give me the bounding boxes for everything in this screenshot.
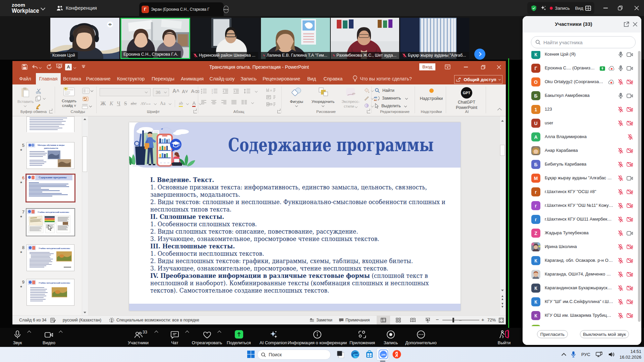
workspace-chevron-icon[interactable] xyxy=(41,6,47,12)
participant-row[interactable]: гг.Шахтинск КГУ ОШ11 Амирбекова... xyxy=(523,213,641,226)
arrange-button[interactable]: Упорядочить xyxy=(309,87,337,107)
accessibility-icon[interactable] xyxy=(109,317,114,323)
smartart-button[interactable] xyxy=(266,102,276,107)
participant-row[interactable]: ZЖадыра Тулеубекова xyxy=(523,226,641,240)
edge-icon[interactable] xyxy=(350,349,360,359)
justify-button[interactable] xyxy=(231,100,237,105)
next-slide-button[interactable]: ▼▼ xyxy=(500,302,505,308)
next-page-button[interactable] xyxy=(474,49,485,60)
video-tile-4[interactable]: Лапина Е.В. Галкина Т.А "Гим... xyxy=(261,18,330,59)
numbering-button[interactable]: 123 xyxy=(212,88,218,94)
prev-slide-button[interactable]: ▲▲ xyxy=(500,295,505,301)
quick-styles-button[interactable]: Экспресс-стили xyxy=(338,87,363,109)
participant-row[interactable]: 1123 xyxy=(523,103,641,116)
align-left-button[interactable] xyxy=(201,100,207,105)
shape-fill-button[interactable] xyxy=(364,88,370,93)
ppt-tab-insert[interactable]: Вставка xyxy=(61,73,84,84)
popout-icon[interactable] xyxy=(623,21,629,27)
ppt-tab-help[interactable]: Справка xyxy=(320,73,346,84)
cut-icon[interactable] xyxy=(36,88,42,94)
grow-font-button[interactable]: A˄ xyxy=(172,88,179,94)
ppt-minimize-button[interactable] xyxy=(459,61,473,73)
fit-slide-icon[interactable] xyxy=(499,318,504,323)
ribbon-display-icon[interactable] xyxy=(445,64,450,70)
ppt-restore-button[interactable] xyxy=(476,61,490,73)
layout-chevron[interactable] xyxy=(91,89,93,92)
bullets-button[interactable] xyxy=(201,88,207,94)
participants-scrollbar[interactable] xyxy=(638,51,641,322)
collapse-ribbon-button[interactable] xyxy=(497,108,502,112)
text-direction-button[interactable]: A xyxy=(266,88,276,93)
chatgpt-button[interactable]: GPT ChatGPTPowerPoint xyxy=(448,87,485,110)
line-spacing-button[interactable] xyxy=(244,88,251,94)
ppt-tab-animations[interactable]: Анимация xyxy=(177,73,207,84)
taskbar-search[interactable]: Поиск xyxy=(257,350,331,360)
shape-outline-button[interactable] xyxy=(364,96,370,101)
select-button[interactable]: Выделить xyxy=(375,103,407,109)
participant-row[interactable]: Караганда, ОШ#74, Демченко И.Б. xyxy=(523,267,641,281)
slide-thumbnail-9[interactable]: Учебно-методический комплекс xyxy=(26,279,74,306)
new-slide-button[interactable]: Создатьслайд ˅ xyxy=(59,87,79,108)
participant-row[interactable]: ККарагандинская Бухаржырауский ... xyxy=(523,281,641,295)
video-tile-2[interactable]: Ерохина С.Н., Старкова Г.А. xyxy=(120,18,190,59)
window-maximize-button[interactable] xyxy=(613,0,628,16)
tell-me-box[interactable]: Что вы хотите сделать? xyxy=(353,75,412,82)
clipboard-dialog-launcher[interactable] xyxy=(49,110,53,113)
toolbar-ai-button[interactable]: AI Companion xyxy=(253,329,293,345)
toolbar-info-button[interactable]: Информация о конференции xyxy=(297,329,337,345)
start-button[interactable] xyxy=(246,349,256,359)
comments-button[interactable]: Примечания xyxy=(345,318,370,322)
align-center-button[interactable] xyxy=(211,100,217,105)
slideshow-view-button[interactable] xyxy=(421,316,434,324)
font-dialog-launcher[interactable] xyxy=(194,110,197,113)
slide-layout-icon[interactable] xyxy=(82,88,90,94)
highlight-button[interactable]: ab xyxy=(179,101,183,107)
slide-thumbnail-partial[interactable] xyxy=(26,116,74,132)
increase-indent-button[interactable] xyxy=(233,88,239,94)
security-shield-icon[interactable] xyxy=(531,5,537,12)
video-tile-6[interactable]: Бұқар жырау ауданы "Алғаб... xyxy=(400,18,469,59)
italic-button[interactable]: К xyxy=(110,101,113,107)
toolbar-leave-button[interactable]: Выйти xyxy=(484,329,524,345)
columns-button[interactable] xyxy=(241,100,247,105)
spellcheck-icon[interactable] xyxy=(50,318,56,323)
section-icon[interactable] xyxy=(82,103,88,109)
participant-row[interactable]: Uuser xyxy=(523,116,641,130)
zoom-app-icon[interactable]: zm xyxy=(378,349,388,359)
mute-me-button[interactable]: Выключить мой звук xyxy=(580,330,629,338)
accessibility-status[interactable]: Специальные возможности: все в порядке xyxy=(116,318,199,322)
tray-expand-icon[interactable] xyxy=(561,353,566,357)
participant-search-input[interactable]: Найти участника xyxy=(531,36,636,48)
ppt-tab-record[interactable]: Запись xyxy=(237,73,260,84)
reset-slide-icon[interactable] xyxy=(82,96,89,102)
ppt-close-button[interactable] xyxy=(492,61,506,73)
tab-meeting[interactable]: Конференция xyxy=(56,3,97,13)
panel-scrollbar[interactable] xyxy=(82,116,88,315)
change-case-button[interactable]: Aa xyxy=(160,101,165,106)
ppt-tab-review[interactable]: Рецензирование xyxy=(260,73,303,84)
slide-thumbnail-6[interactable]: Содержание программы xyxy=(25,174,75,202)
subscript-button[interactable]: abc xyxy=(131,101,137,106)
participant-row[interactable]: ККараганд. обл. Осакаров. р-н ОШ ... xyxy=(523,254,641,267)
participant-row[interactable]: ББакыткул Амирбекова xyxy=(523,89,641,103)
task-view-button[interactable] xyxy=(335,349,345,359)
participant-row[interactable]: Анар Карабаева xyxy=(523,144,641,158)
ppt-share-button[interactable]: Общий доступ xyxy=(454,75,502,84)
video-tile-5[interactable]: Рахимбекова Ж.С., Шет ауда... xyxy=(331,18,399,59)
tray-mic-icon[interactable] xyxy=(571,351,576,358)
ppt-tab-home[interactable]: Главная xyxy=(36,73,61,84)
ai-sparkle-icon[interactable] xyxy=(540,5,546,11)
tab-screen-share[interactable]: Г Экран (Ерохина С.Н., Старкова Г ••• xyxy=(139,2,224,16)
slide-thumbnail-8[interactable]: Учебно-методический комплекс xyxy=(26,244,74,271)
reading-view-button[interactable] xyxy=(406,316,420,324)
shrink-font-button[interactable]: A˅ xyxy=(182,89,188,94)
copy-chevron[interactable] xyxy=(43,97,46,100)
zoom-level[interactable]: 72% xyxy=(487,318,496,322)
bold-button[interactable]: Ж xyxy=(100,100,106,107)
font-size-combo[interactable]: 36 xyxy=(153,88,169,96)
font-color-button[interactable]: A xyxy=(192,100,196,107)
taskbar-clock[interactable]: 14:51 16.02.2026 xyxy=(620,349,641,360)
participant-row[interactable]: гг.Шахтинск КГУ "ОШ №11" Кожухо... xyxy=(523,199,641,213)
participant-row[interactable]: ККГУ "ШГ им.С.Сейфуллина" г.Шахти... xyxy=(523,295,641,309)
window-minimize-button[interactable] xyxy=(598,0,613,16)
